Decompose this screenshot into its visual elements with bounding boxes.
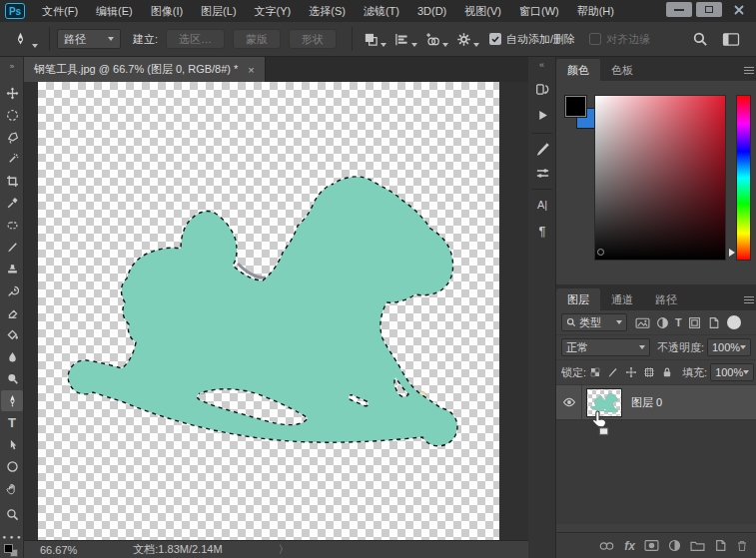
panel-menu-icon[interactable] (744, 65, 754, 76)
foreground-color-swatch[interactable] (565, 96, 586, 117)
make-selection-button[interactable]: 选区… (166, 29, 225, 49)
canvas-pasteboard[interactable] (24, 82, 528, 540)
align-edges-checkbox[interactable] (589, 33, 601, 45)
lock-transparency-icon[interactable] (589, 366, 601, 378)
link-layers-icon[interactable] (598, 540, 615, 552)
crop-tool[interactable] (1, 171, 23, 192)
menu-image[interactable]: 图像(I) (142, 0, 192, 22)
pen-tool-preset[interactable] (12, 31, 38, 48)
lasso-tool[interactable] (1, 127, 23, 148)
auto-add-delete-option[interactable]: 自动添加/删除 (489, 32, 575, 47)
path-arrangement-button[interactable] (425, 32, 448, 47)
filter-type-layers-icon[interactable]: T (675, 316, 682, 328)
filter-shape-layers-icon[interactable] (688, 316, 701, 329)
panel-menu-icon[interactable] (744, 294, 754, 305)
spot-healing-tool[interactable] (1, 215, 23, 236)
pen-options-gear[interactable] (456, 32, 479, 47)
clone-stamp-tool[interactable] (1, 259, 23, 279)
toolbar-expand-icon[interactable]: » (0, 57, 23, 71)
character-panel-icon[interactable]: A| (532, 195, 552, 215)
saturation-brightness-field[interactable] (594, 95, 726, 261)
filter-pixel-layers-icon[interactable] (635, 316, 650, 329)
move-tool[interactable] (1, 83, 23, 104)
filter-smart-objects-icon[interactable] (707, 316, 720, 329)
status-expand-icon[interactable]: 〉 (279, 542, 290, 557)
dock-collapse-icon[interactable]: « (528, 57, 555, 70)
minimize-button[interactable] (666, 2, 692, 17)
path-selection-tool[interactable] (1, 434, 23, 455)
menu-edit[interactable]: 编辑(E) (87, 0, 142, 22)
brush-presets-panel-icon[interactable] (532, 163, 552, 183)
tab-color[interactable]: 颜色 (556, 59, 600, 81)
tab-paths[interactable]: 路径 (644, 288, 688, 310)
filter-toggle-icon[interactable] (727, 315, 741, 329)
align-edges-option[interactable]: 对齐边缘 (589, 32, 650, 47)
menu-type[interactable]: 文字(Y) (246, 0, 301, 22)
opacity-select[interactable]: 100% (707, 338, 751, 356)
brush-settings-panel-icon[interactable] (532, 139, 552, 159)
menu-help[interactable]: 帮助(H) (568, 0, 623, 22)
menu-select[interactable]: 选择(S) (300, 0, 355, 22)
lock-image-icon[interactable] (607, 366, 619, 378)
lock-all-icon[interactable] (661, 366, 673, 378)
zoom-level-field[interactable]: 66.67% (40, 544, 77, 556)
workspace-icon[interactable] (722, 32, 740, 47)
tab-swatches[interactable]: 色板 (600, 59, 644, 81)
new-layer-icon[interactable] (714, 539, 727, 552)
delete-layer-icon[interactable] (736, 539, 748, 552)
foreground-color-swatch[interactable] (4, 544, 13, 553)
path-operations-button[interactable] (364, 32, 386, 47)
layer-visibility-toggle[interactable] (556, 385, 582, 419)
menu-layer[interactable]: 图层(L) (192, 0, 245, 22)
maximize-button[interactable] (696, 2, 722, 17)
actions-panel-icon[interactable] (532, 105, 552, 125)
photoshop-logo[interactable]: Ps (5, 3, 25, 19)
make-shape-button[interactable]: 形状 (289, 29, 337, 49)
hand-tool[interactable] (1, 478, 23, 499)
color-picker-cursor[interactable] (597, 249, 604, 256)
path-alignment-button[interactable] (394, 32, 417, 47)
layer-name[interactable]: 图层 0 (631, 395, 662, 410)
menu-filter[interactable]: 滤镜(T) (355, 0, 408, 22)
paragraph-panel-icon[interactable]: ¶ (532, 221, 552, 241)
pen-tool[interactable] (1, 390, 23, 411)
history-brush-tool[interactable] (1, 280, 23, 301)
zoom-tool[interactable] (1, 504, 23, 525)
hue-slider-handle[interactable] (729, 249, 735, 257)
make-mask-button[interactable]: 蒙版 (233, 29, 281, 49)
search-icon[interactable] (692, 31, 708, 47)
eyedropper-tool[interactable] (1, 193, 23, 214)
marquee-tool[interactable] (1, 105, 23, 126)
eraser-tool[interactable] (1, 302, 23, 323)
tab-channels[interactable]: 通道 (600, 288, 644, 310)
rocking-horse-image-with-selection[interactable] (62, 172, 461, 451)
close-button[interactable] (726, 2, 752, 17)
layer-row-selected[interactable]: 图层 0 (556, 385, 756, 420)
ellipse-shape-tool[interactable] (1, 456, 23, 477)
adjustment-layer-icon[interactable] (668, 539, 681, 552)
blur-tool[interactable] (1, 346, 23, 367)
layer-thumbnail[interactable] (587, 389, 621, 416)
tab-close-icon[interactable]: × (248, 64, 254, 76)
tab-layers[interactable]: 图层 (556, 288, 600, 310)
quick-selection-tool[interactable] (1, 149, 23, 170)
dodge-tool[interactable] (1, 368, 23, 389)
menu-view[interactable]: 视图(V) (455, 0, 510, 22)
brush-tool[interactable] (1, 237, 23, 258)
new-group-icon[interactable] (690, 539, 705, 552)
type-tool[interactable]: T (1, 412, 23, 433)
auto-add-delete-checkbox[interactable] (489, 33, 501, 45)
menu-window[interactable]: 窗口(W) (510, 0, 568, 22)
lock-position-icon[interactable] (625, 366, 637, 378)
lock-artboard-icon[interactable] (643, 366, 655, 378)
transparent-canvas[interactable] (38, 82, 499, 540)
history-panel-icon[interactable] (532, 79, 552, 99)
filter-adjustment-layers-icon[interactable] (656, 316, 669, 329)
layer-style-icon[interactable]: fx (624, 539, 635, 553)
layer-mask-icon[interactable] (644, 539, 659, 552)
tool-mode-select[interactable]: 路径 (57, 29, 121, 49)
blend-mode-select[interactable]: 正常 (561, 338, 650, 356)
fill-select[interactable]: 100% (710, 363, 754, 381)
menu-3d[interactable]: 3D(D) (408, 0, 455, 22)
paint-bucket-tool[interactable] (1, 324, 23, 345)
